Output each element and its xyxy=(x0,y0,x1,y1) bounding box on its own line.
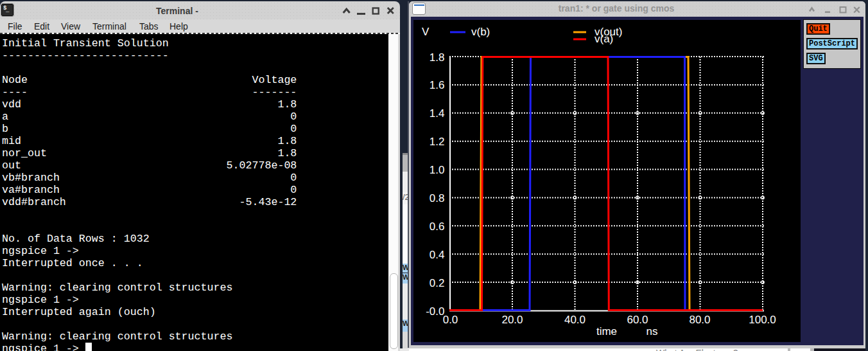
svg-text:v(b): v(b) xyxy=(471,26,490,38)
svg-text:-0.0: -0.0 xyxy=(426,305,444,318)
svg-text:ns: ns xyxy=(647,325,658,338)
svg-text:1.4: 1.4 xyxy=(430,107,445,120)
svg-text:0.4: 0.4 xyxy=(430,249,445,261)
svg-text:time: time xyxy=(596,325,617,338)
svg-text:V: V xyxy=(422,26,430,38)
svg-text:1.6: 1.6 xyxy=(430,79,445,91)
svg-text:60.0: 60.0 xyxy=(627,314,648,326)
svg-text:1.2: 1.2 xyxy=(430,136,445,148)
svg-text:20.0: 20.0 xyxy=(501,314,523,326)
svg-text:1.8: 1.8 xyxy=(430,51,445,64)
svg-text:0.2: 0.2 xyxy=(430,277,445,289)
svg-text:40.0: 40.0 xyxy=(564,314,586,326)
svg-text:0.6: 0.6 xyxy=(430,221,445,233)
svg-text:0.0: 0.0 xyxy=(443,314,458,326)
svg-text:0.8: 0.8 xyxy=(430,192,445,204)
svg-text:100.0: 100.0 xyxy=(749,314,776,326)
svg-text:v(a): v(a) xyxy=(595,33,613,45)
svg-text:80.0: 80.0 xyxy=(689,314,710,326)
svg-text:1.0: 1.0 xyxy=(430,164,445,176)
